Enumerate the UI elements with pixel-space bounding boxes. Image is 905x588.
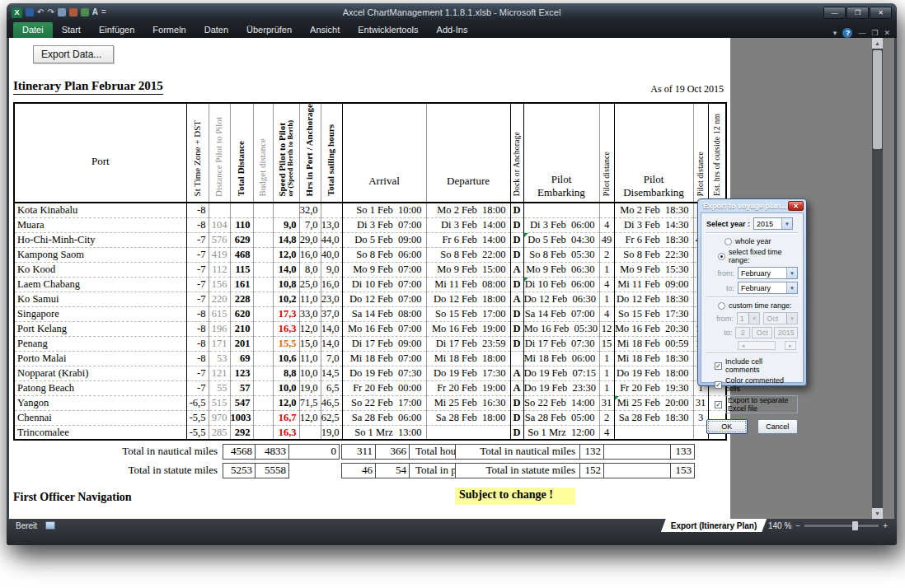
print-icon[interactable] bbox=[58, 8, 66, 16]
cell-arrival[interactable]: So 8 Feb 06:00 bbox=[342, 247, 426, 262]
cell-dist[interactable]: 515 bbox=[209, 395, 230, 410]
cell-dock[interactable]: D bbox=[510, 321, 523, 336]
cell-pdist1[interactable]: 31 bbox=[599, 395, 614, 410]
col-header-distance-pilot[interactable]: Distance Pilot to Pilot bbox=[209, 103, 230, 203]
cell-disembark[interactable]: Do 19 Feb 18:00 bbox=[614, 366, 693, 380]
cell-port[interactable]: Muara bbox=[14, 217, 186, 232]
cell-departure[interactable]: Fr 6 Feb 14:00 bbox=[426, 232, 510, 247]
cell-arrival[interactable]: Di 17 Feb 09:00 bbox=[342, 336, 426, 351]
workbook-restore-icon[interactable]: ❐ bbox=[871, 29, 878, 37]
close-button[interactable]: ✕ bbox=[870, 7, 892, 19]
cell-total[interactable]: 468 bbox=[230, 247, 253, 262]
cell-pdist1[interactable]: 1 bbox=[599, 380, 614, 395]
custom-range-radio[interactable] bbox=[718, 302, 725, 310]
cell-disembark[interactable]: Mi 18 Feb 00:59 bbox=[614, 336, 693, 351]
cell-arrival[interactable]: Do 12 Feb 07:00 bbox=[342, 292, 426, 306]
cell-tz[interactable]: -8 bbox=[186, 321, 209, 336]
cell-dist[interactable]: 285 bbox=[209, 425, 230, 440]
cell-budget[interactable] bbox=[253, 306, 273, 321]
cell-port[interactable]: Singapore bbox=[14, 306, 186, 321]
cell-dock[interactable]: D bbox=[510, 306, 523, 321]
cell-departure[interactable]: Do 19 Feb 17:30 bbox=[426, 366, 510, 380]
minimize-button[interactable]: — bbox=[823, 7, 846, 19]
camera-icon[interactable] bbox=[69, 8, 77, 16]
cell-speed[interactable]: 14,0 bbox=[273, 262, 299, 277]
cell-pdist1[interactable]: 4 bbox=[599, 306, 614, 321]
ok-button[interactable]: OK bbox=[706, 419, 748, 434]
cell-embark[interactable]: Mi 18 Feb 06:00 bbox=[523, 351, 599, 366]
ribbon-tab-einf-gen[interactable]: Einfügen bbox=[90, 22, 143, 38]
cell-speed[interactable]: 12,0 bbox=[273, 395, 299, 410]
cell-port[interactable]: Kampong Saom bbox=[14, 247, 186, 262]
cell-budget[interactable] bbox=[253, 292, 273, 306]
cell-speed[interactable]: 16,3 bbox=[273, 321, 299, 336]
cell-dist[interactable] bbox=[209, 203, 230, 217]
cell-disembark[interactable]: So 15 Feb 17:30 bbox=[614, 306, 693, 321]
ribbon-tab-daten[interactable]: Daten bbox=[195, 22, 237, 38]
cell-departure[interactable]: Sa 28 Feb 18:00 bbox=[426, 410, 510, 425]
macro-record-icon[interactable] bbox=[45, 521, 55, 530]
cell-departure[interactable]: So 15 Feb 17:00 bbox=[426, 306, 510, 321]
cell-sail[interactable]: 44,0 bbox=[321, 232, 342, 247]
cell-dist[interactable]: 576 bbox=[209, 232, 230, 247]
cell-pdist1[interactable]: 2 bbox=[599, 247, 614, 262]
cell-port[interactable]: Porto Malai bbox=[14, 351, 186, 366]
custom-range-scrollbar[interactable]: ◄ bbox=[738, 341, 776, 350]
cell-tz[interactable]: -7 bbox=[186, 380, 209, 395]
cell-hrs-port[interactable]: 12,0 bbox=[299, 410, 321, 425]
dialog-close-icon[interactable]: ✕ bbox=[788, 201, 804, 211]
cell-departure[interactable]: Mi 25 Feb 16:30 bbox=[426, 395, 510, 410]
cell-hrs-port[interactable]: 16,0 bbox=[299, 247, 321, 262]
cell-arrival[interactable]: Mo 16 Feb 07:00 bbox=[342, 321, 426, 336]
cell-port[interactable]: Laem Chabang bbox=[14, 277, 186, 292]
cell-speed[interactable]: 15,5 bbox=[273, 336, 299, 351]
col-header-arrival[interactable]: Arrival bbox=[342, 103, 426, 203]
cell-sail[interactable]: 14,0 bbox=[321, 336, 342, 351]
cell-port[interactable]: Chennai bbox=[14, 410, 186, 425]
cell-tz[interactable]: -7 bbox=[186, 247, 209, 262]
totals-pct-1[interactable]: 46 bbox=[341, 463, 376, 478]
cell-total[interactable]: 123 bbox=[230, 366, 253, 380]
cell-dist[interactable]: 196 bbox=[209, 321, 230, 336]
totals-right-sm-1[interactable]: 152 bbox=[579, 463, 604, 478]
cell-disembark[interactable]: Fr 20 Feb 19:30 bbox=[614, 380, 693, 395]
cell-budget[interactable] bbox=[253, 262, 273, 277]
cell-tz[interactable]: -7 bbox=[186, 262, 209, 277]
cell-sail[interactable]: 46,5 bbox=[321, 395, 342, 410]
cell-speed[interactable]: 9,0 bbox=[273, 217, 299, 232]
cell-speed[interactable]: 10,0 bbox=[273, 380, 299, 395]
cell-dock[interactable]: D bbox=[510, 232, 523, 247]
cell-embark[interactable]: Di 10 Feb 06:00 bbox=[523, 277, 599, 292]
cell-total[interactable]: 1003 bbox=[230, 410, 253, 425]
cell-pdist1[interactable]: 4 bbox=[599, 277, 614, 292]
cell-tz[interactable]: -8 bbox=[186, 336, 209, 351]
cell-speed[interactable]: 17,3 bbox=[273, 306, 299, 321]
help-icon[interactable]: ? bbox=[842, 28, 852, 38]
cell-budget[interactable] bbox=[253, 336, 273, 351]
cell-port[interactable]: Ho-Chi-Minh-City bbox=[14, 232, 186, 247]
cell-disembark[interactable]: Mo 2 Feb 18:30 bbox=[614, 203, 693, 217]
cell-hrs-port[interactable]: 10,0 bbox=[299, 366, 321, 380]
cell-dock[interactable]: D bbox=[510, 425, 523, 440]
cell-hrs-port[interactable]: 11,0 bbox=[299, 351, 321, 366]
cell-port[interactable]: Nopparat (Krabi) bbox=[14, 366, 186, 380]
cell-sail[interactable]: 7,0 bbox=[321, 351, 342, 366]
cell-port[interactable]: Ko Samui bbox=[14, 292, 186, 306]
cell-tz[interactable]: -7 bbox=[186, 292, 209, 306]
cell-pdist1[interactable]: 1 bbox=[599, 351, 614, 366]
totals-nm-2[interactable]: 4833 bbox=[255, 444, 289, 460]
cell-disembark[interactable]: Di 3 Feb 14:30 bbox=[614, 217, 693, 232]
cell-sail[interactable]: 37,0 bbox=[321, 306, 342, 321]
cell-hrs-port[interactable]: 7,0 bbox=[299, 217, 321, 232]
cell-port[interactable]: Ko Kood bbox=[14, 262, 186, 277]
formula-icon[interactable]: = bbox=[101, 8, 106, 16]
cell-tz[interactable]: -8 bbox=[186, 217, 209, 232]
cell-arrival[interactable]: Mi 18 Feb 07:00 bbox=[342, 351, 426, 366]
col-header-timezone[interactable]: St Time Zone + DST bbox=[186, 103, 209, 203]
cell-arrival[interactable]: Fr 20 Feb 00:00 bbox=[342, 380, 426, 395]
cell-departure[interactable]: So 8 Feb 22:00 bbox=[426, 247, 510, 262]
col-header-pilot-embarking[interactable]: Pilot Embarking bbox=[523, 103, 599, 203]
cell-pdist1[interactable]: 49 bbox=[599, 232, 614, 247]
cell-speed[interactable] bbox=[273, 203, 299, 217]
cell-disembark[interactable]: Do 12 Feb 18:30 bbox=[614, 292, 693, 306]
